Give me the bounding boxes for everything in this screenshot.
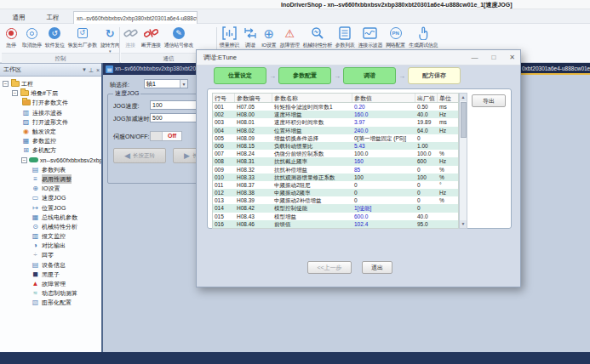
tree-item-project[interactable]: −工程: [0, 79, 101, 88]
tree-item-multi-recipe[interactable]: ⊞多机配方: [0, 145, 101, 155]
close-icon[interactable]: ×: [96, 67, 100, 73]
pin-icon[interactable]: ⊤: [89, 66, 94, 73]
speed-jog-icon: ▭: [31, 193, 40, 202]
tree-item-device[interactable]: −xn--sv660fxbbxbsv2xbp380xbt20301a6e4-u8…: [0, 156, 101, 165]
wizard-step-2[interactable]: 参数配置: [278, 67, 331, 84]
toolbar-button-rotate-direction[interactable]: ↻旋转方向▾: [99, 26, 122, 53]
toolbar-button-cancel-estop[interactable]: 取消急停: [20, 26, 43, 49]
easy-tuning-icon: ≡: [31, 174, 40, 184]
table-row[interactable]: 013H08.39中频振动2补偿增益00%: [213, 196, 458, 204]
table-row[interactable]: 003H08.01速度环积分时间常数3.9719.89ms: [213, 118, 458, 126]
toolbar-button-fault-manage[interactable]: ⚠故障管理: [278, 26, 301, 49]
table-scrollbar[interactable]: ▲ ▼: [459, 93, 467, 229]
table-row[interactable]: 006H08.15负载转动惯量比5.431.00: [213, 142, 458, 150]
axis-select-value: 轴1: [145, 80, 180, 88]
toolbar-button-disconnect[interactable]: 断开连接: [140, 26, 163, 49]
tree-item-param-list[interactable]: ▤参数列表: [0, 165, 101, 174]
tree-item-open-param-file[interactable]: 打开参数文件: [0, 98, 101, 107]
tree-item-homing[interactable]: ÷回零: [0, 250, 101, 259]
toolbar-button-inertia-identify[interactable]: 惯量辨识: [218, 26, 241, 49]
toolbar-button-estop[interactable]: 急停: [2, 26, 20, 49]
table-row[interactable]: 001H07.05转矩指令滤波时间常数10.200.50ms: [213, 103, 458, 111]
tree-item-mech-analysis[interactable]: ⊙机械特性分析: [0, 222, 101, 231]
chevron-down-icon[interactable]: ▾: [83, 66, 86, 73]
servo-onoff-toggle[interactable]: Off: [150, 131, 182, 141]
toolbar-button-connect[interactable]: 连接: [121, 26, 140, 49]
tree-item-dynamic-brake-calc[interactable]: ≈动态制动测算: [0, 288, 101, 298]
jog-forward-button[interactable]: ◀ 长按正转: [113, 148, 166, 163]
tree-item-param-monitor[interactable]: ▦参数监控: [0, 136, 101, 145]
table-cell: 100.0: [352, 150, 415, 157]
tree-item-easy-tuning[interactable]: ≡易用性调整: [0, 174, 101, 184]
table-cell: °: [438, 181, 451, 189]
tree-item-bus-motor-params[interactable]: ▦总线电机参数: [0, 213, 101, 222]
tree-item-speed-jog[interactable]: ▭速度JOG: [0, 193, 101, 202]
fault-small-icon: ▲: [31, 279, 40, 288]
toolbar-button-factory-reset[interactable]: ↺恢复出厂参数: [66, 26, 99, 49]
toolbar-button-io-settings[interactable]: ⊕IO设置: [260, 26, 278, 49]
tree-item-graphic-config[interactable]: ▧图形化配置: [0, 298, 101, 307]
toolbar-button-param-list[interactable]: 参数列表: [334, 26, 357, 49]
minimize-icon[interactable]: —: [471, 54, 478, 61]
close-icon[interactable]: ✕: [509, 54, 515, 61]
table-row[interactable]: 002H08.00速度环增益160.040.0Hz: [213, 111, 458, 118]
maximize-icon[interactable]: □: [491, 54, 495, 61]
tree-item-stack-lower[interactable]: −堆叠#下层: [0, 88, 101, 98]
tree-item-position-jog[interactable]: ↦位置JOG: [0, 202, 101, 212]
tree-item-device-info[interactable]: ▤设备信息: [0, 260, 101, 270]
table-row[interactable]: 014H08.42模型控制使能1[使能]0: [213, 204, 458, 212]
toolbar-button-scope[interactable]: 连接示波器: [357, 26, 385, 49]
ribbon-tab-project[interactable]: 工程: [37, 11, 68, 24]
table-cell: 100.0: [415, 150, 438, 157]
tree-item-io-settings[interactable]: ⊕IO设置: [0, 184, 101, 193]
jog-acc-input[interactable]: [150, 113, 198, 122]
tree-item-compare-output[interactable]: ◑对比输出: [0, 241, 101, 250]
table-cell: 600: [415, 157, 438, 165]
table-row[interactable]: 007H08.24伪微分前馈控制系数100.0100.0%: [213, 150, 458, 157]
table-cell: [438, 142, 451, 150]
axis-select-dropdown[interactable]: 轴1 ▼: [144, 79, 188, 88]
jog-speed-input[interactable]: [150, 100, 198, 110]
tree-item-connect-scope[interactable]: ▥连接示波器: [0, 108, 101, 117]
toolbar-button-software-reset[interactable]: ↺软件复位: [43, 26, 66, 49]
toolbar-button-network-config[interactable]: PN网络配置: [384, 26, 407, 49]
table-row[interactable]: 015H08.43模型增益600.040.0: [213, 213, 458, 220]
tree-item-label: 参数监控: [32, 136, 56, 145]
tree-item-trigger-setting[interactable]: ◉触发设定: [0, 127, 101, 136]
table-cell: 004: [213, 127, 235, 134]
scroll-down-icon[interactable]: ▼: [460, 220, 467, 228]
table-cell: 85: [352, 166, 415, 173]
scroll-up-icon[interactable]: ▲: [460, 94, 467, 101]
tree-item-message-monitor[interactable]: ▥报文监控: [0, 231, 101, 241]
ribbon-tab-general[interactable]: 通用: [3, 11, 34, 24]
toolbar-button-tuning[interactable]: 调谐: [241, 26, 260, 49]
table-row[interactable]: 010H08.33抗扰观测器惯量修正系数100100%: [213, 173, 458, 181]
param-monitor-icon: ▦: [21, 136, 31, 145]
table-cell: 前馈值: [272, 220, 352, 228]
tree-item-open-wave-file[interactable]: ▨打开波形文件: [0, 117, 101, 127]
exit-button[interactable]: 退出: [362, 261, 392, 274]
scrollbar-thumb[interactable]: [461, 102, 467, 138]
export-button[interactable]: 导出: [472, 94, 506, 107]
mdi-tab-active-fragment[interactable]: 0xbt20301a6e4-u888cw01e_1[: [519, 63, 590, 75]
wizard-step-4[interactable]: 配方保存: [408, 67, 461, 84]
table-row[interactable]: 005H08.09增益切换条件选择0[第一增益固定 (PS)]0: [213, 134, 458, 142]
tree-item-blackbox[interactable]: ◼黑匣子: [0, 270, 101, 279]
prev-step-button[interactable]: <<上一步: [307, 261, 352, 274]
table-row[interactable]: 004H08.02位置环增益240.064.0Hz: [213, 127, 458, 134]
toolbar-button-debug-info[interactable]: 生成调试信息: [407, 26, 439, 49]
table-cell: H08.02: [235, 127, 272, 134]
table-row[interactable]: 009H08.32抗扰补偿增益850%: [213, 166, 458, 173]
table-row[interactable]: 016H08.46前馈值102.495.0: [213, 220, 458, 228]
tree-item-label: 设备信息: [42, 260, 66, 270]
arrow-right-icon: ▶: [184, 151, 190, 160]
ribbon-tab-document[interactable]: xn--sv660fxbbxbsv2xbp380xbt20301a6e4-u88…: [73, 11, 198, 24]
wizard-step-1[interactable]: 位置设定: [214, 67, 266, 84]
table-row[interactable]: 012H08.38中频振动2频率00Hz: [213, 189, 458, 196]
toolbar-button-mech-analysis[interactable]: 机械特性分析: [301, 26, 334, 49]
table-row[interactable]: 011H08.37中频振动2阻尼00°: [213, 181, 458, 189]
wizard-step-3[interactable]: 调谐: [343, 67, 396, 84]
tree-item-fault-manage[interactable]: ▲故障管理: [0, 279, 101, 288]
table-row[interactable]: 008H08.31抗扰截止频率160600Hz: [213, 157, 458, 165]
toolbar-button-station-modify[interactable]: ✎通信站号修改: [163, 26, 195, 49]
